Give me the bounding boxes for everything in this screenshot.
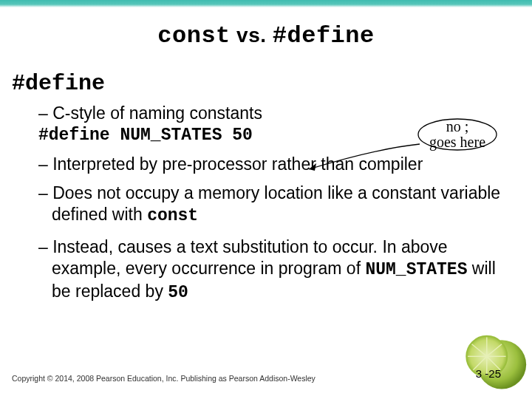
callout-line2: goes here — [429, 134, 485, 150]
slide-body: #define no ; goes here C-style of naming… — [0, 50, 532, 304]
copyright-footer: Copyright © 2014, 2008 Pearson Education… — [12, 374, 316, 383]
section-heading: #define — [12, 70, 516, 98]
callout-bubble: no ; goes here — [417, 117, 498, 151]
bullet-2: Interpreted by pre-processor rather than… — [38, 154, 516, 175]
title-vs: vs. — [231, 24, 273, 47]
bullet-4: Instead, causes a text substitution to o… — [38, 236, 516, 303]
top-gradient-bar — [0, 0, 532, 7]
slide-title: const vs. #define — [0, 21, 532, 50]
code-fifty: 50 — [168, 283, 188, 302]
page-number: 3 -25 — [476, 367, 501, 380]
code-const: const — [147, 206, 198, 225]
title-const: const — [157, 22, 231, 50]
callout-line1: no ; — [446, 118, 469, 134]
code-define-line: #define NUM_STATES 50 — [52, 125, 253, 146]
title-define: #define — [273, 22, 375, 50]
lime-decoration — [460, 325, 528, 393]
bullet-1-text: C-style of naming constants — [52, 103, 262, 123]
bullet-3: Does not occupy a memory location like a… — [38, 183, 516, 227]
code-num-states: NUM_STATES — [365, 260, 467, 279]
